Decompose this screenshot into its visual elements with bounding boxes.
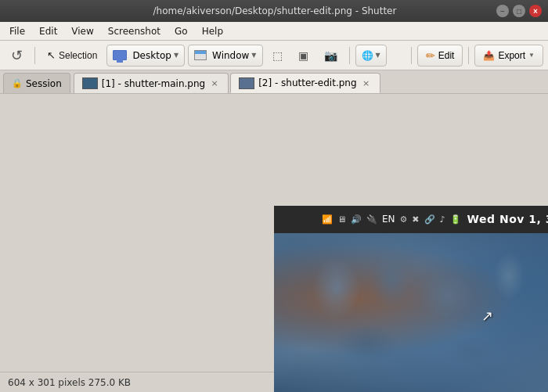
tab-2-thumbnail (239, 77, 254, 89)
image-pixels (274, 233, 548, 393)
selection-button[interactable]: ↖ Selection (41, 45, 103, 67)
desktop-dropdown[interactable]: Desktop ▼ (106, 45, 185, 67)
tab-2-label: [2] - shutter-edit.png (258, 77, 356, 88)
settings-icon: ⚙ (399, 214, 407, 225)
main-window: /home/akiverson/Desktop/shutter-edit.png… (0, 0, 548, 392)
menu-screenshot[interactable]: Screenshot (102, 24, 167, 38)
edit-label: Edit (438, 50, 455, 61)
menu-help[interactable]: Help (196, 24, 229, 38)
url-dropdown[interactable]: 🌐 ▼ (355, 45, 387, 67)
pencil-icon: ✏ (426, 49, 435, 62)
tabs-bar: 🔒 Session [1] - shutter-main.png × [2] -… (0, 70, 548, 94)
toolbar-right: ✏ Edit 📤 Export ▼ (409, 45, 543, 67)
close-button[interactable]: × (529, 5, 542, 17)
link-icon: 🔗 (424, 214, 435, 225)
export-label: Export (498, 50, 525, 61)
menu-file[interactable]: File (3, 24, 31, 38)
music-icon: ♪ (440, 214, 445, 225)
cursor-icon: ↖ (47, 49, 56, 61)
refresh-icon: ↺ (11, 47, 23, 64)
window-label: Window (212, 50, 249, 61)
toolbar: ↺ ↖ Selection Desktop ▼ Window ▼ ⬚ (0, 41, 548, 70)
window-title: /home/akiverson/Desktop/shutter-edit.png… (53, 5, 496, 16)
separator-2 (349, 47, 350, 64)
url-dropdown-arrow: ▼ (376, 52, 380, 59)
battery-icon: 🔋 (450, 214, 461, 225)
tab-2[interactable]: [2] - shutter-edit.png × (230, 73, 380, 93)
menu-go[interactable]: Go (168, 24, 194, 38)
screenshot-taskbar: 📶 🖥 🔊 🔌 EN ⚙ ✖ 🔗 ♪ 🔋 Wed Nov 1, 3:17 PM (274, 206, 548, 233)
session-tab[interactable]: 🔒 Session (3, 73, 70, 93)
camera-icon: 📷 (324, 49, 337, 62)
window-controls: − □ × (496, 5, 542, 17)
image-overlay (274, 233, 548, 393)
export-icon: 📤 (483, 50, 495, 61)
title-bar: /home/akiverson/Desktop/shutter-edit.png… (0, 0, 548, 22)
desktop-dropdown-arrow: ▼ (174, 52, 178, 59)
image-dimensions: 604 x 301 pixels 275.0 KB (8, 377, 131, 388)
window-icon-toolbar (194, 50, 207, 60)
camera-button[interactable]: 📷 (318, 45, 344, 67)
session-tab-label: Session (26, 78, 62, 89)
area-icon: ⬚ (272, 49, 283, 62)
content-area: ↗ 📶 🖥 🔊 🔌 EN ⚙ ✖ 🔗 ♪ 🔋 Wed Nov 1, 3:17 P… (0, 94, 548, 392)
separator-3 (411, 47, 412, 64)
menu-view[interactable]: View (65, 24, 99, 38)
lang-indicator: EN (382, 214, 395, 225)
edit-button[interactable]: ✏ Edit (417, 45, 463, 67)
taskbar-system-icons: 📶 🖥 🔊 🔌 EN ⚙ ✖ 🔗 ♪ 🔋 (322, 214, 461, 225)
screenshot-image[interactable]: ↗ (274, 233, 548, 393)
maximize-button[interactable]: □ (513, 5, 525, 17)
taskbar-time: Wed Nov 1, 3:17 PM (467, 213, 548, 225)
tab-2-close[interactable]: × (361, 77, 372, 88)
separator-1 (34, 47, 35, 64)
export-dropdown-arrow: ▼ (528, 52, 535, 59)
display-icon: 🖥 (337, 214, 346, 225)
desktop-icon (113, 50, 127, 60)
globe-icon: 🌐 (362, 50, 373, 61)
screen-button[interactable]: ▣ (292, 45, 315, 67)
desktop-label: Desktop (132, 50, 171, 61)
export-button[interactable]: 📤 Export ▼ (474, 45, 543, 67)
separator-4 (468, 47, 469, 64)
close-icon: ✖ (412, 214, 419, 225)
window-dropdown-arrow: ▼ (251, 52, 256, 59)
minimize-button[interactable]: − (496, 5, 509, 17)
tab-1-thumbnail (82, 77, 98, 89)
tab-1-close[interactable]: × (209, 78, 220, 89)
refresh-button[interactable]: ↺ (5, 45, 29, 67)
wifi-icon: 📶 (322, 214, 333, 225)
menu-edit[interactable]: Edit (33, 24, 63, 38)
area-button[interactable]: ⬚ (266, 45, 289, 67)
lock-icon: 🔒 (12, 78, 23, 88)
tab-1-label: [1] - shutter-main.png (102, 78, 205, 89)
menu-bar: File Edit View Screenshot Go Help (0, 22, 548, 41)
screen-icon: ▣ (298, 49, 308, 62)
window-dropdown[interactable]: Window ▼ (188, 45, 262, 67)
network-icon: 🔌 (366, 214, 377, 225)
volume-icon: 🔊 (351, 214, 362, 225)
selection-label: Selection (59, 50, 97, 61)
tab-1[interactable]: [1] - shutter-main.png × (74, 73, 229, 93)
